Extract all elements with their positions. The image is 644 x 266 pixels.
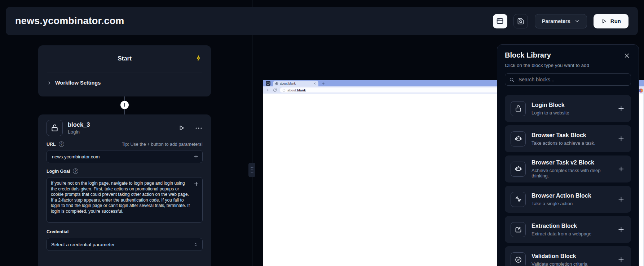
cursor-click-icon: [511, 192, 526, 207]
workflow-title: news.ycombinator.com: [15, 15, 124, 27]
plus-icon: [618, 135, 625, 142]
item-desc: Extract data from a webpage: [531, 231, 591, 236]
item-desc: Login to a website: [531, 110, 569, 116]
plus-icon: [618, 105, 625, 112]
plus-icon: [618, 256, 625, 263]
info-icon: [282, 89, 286, 92]
credential-label: Credential: [47, 229, 203, 234]
start-block-card[interactable]: Start Workflow Settings: [38, 45, 211, 96]
profile-avatar[interactable]: [639, 89, 643, 93]
parameters-label: Parameters: [542, 18, 570, 24]
block-actions: [178, 124, 203, 132]
add-parameter-button[interactable]: [194, 181, 199, 186]
more-menu-icon[interactable]: [195, 124, 203, 132]
block-titles: block_3 Login: [68, 121, 90, 135]
unlock-icon: [511, 101, 526, 116]
item-desc: Take actions to achieve a task.: [531, 140, 595, 146]
library-item-validation[interactable]: Validation Block Validate completion cri…: [505, 246, 631, 266]
item-desc: Achieve complex tasks with deep thinking…: [531, 168, 612, 179]
credential-select[interactable]: Select a credential parameter: [47, 238, 203, 251]
refresh-icon[interactable]: [273, 88, 277, 92]
add-block-button[interactable]: [618, 226, 625, 233]
grip-dots-icon: [250, 166, 253, 174]
search-icon: [509, 77, 515, 82]
item-text: Browser Task Block Take actions to achie…: [531, 132, 595, 146]
url-help-icon[interactable]: ?: [59, 141, 64, 147]
back-icon[interactable]: [266, 88, 270, 92]
block-divider: [47, 258, 203, 258]
panel-title: Block Library: [505, 51, 631, 59]
add-block-button[interactable]: [618, 256, 625, 263]
item-text: Login Block Login to a website: [531, 102, 569, 116]
save-icon: [517, 18, 524, 25]
header-bar: news.ycombinator.com Parameters Run: [6, 7, 638, 35]
library-item-extraction[interactable]: Extraction Block Extract data from a web…: [505, 216, 631, 243]
login-goal-label: Login Goal: [47, 169, 70, 174]
chevron-right-icon: [47, 81, 52, 85]
login-goal-help-icon[interactable]: ?: [73, 168, 78, 174]
add-block-connector-button[interactable]: [120, 101, 129, 109]
library-item-login[interactable]: Login Block Login to a website: [505, 95, 631, 122]
item-title: Validation Block: [531, 253, 587, 260]
item-title: Browser Action Block: [531, 193, 591, 199]
url-input-wrap: [47, 150, 203, 163]
tab-title: about:blank: [280, 82, 312, 85]
parameters-tip: Tip: Use the + button to add parameters!: [122, 142, 203, 147]
browser-view-button[interactable]: [493, 14, 507, 28]
item-text: Browser Action Block Take a single actio…: [531, 193, 591, 206]
run-button[interactable]: Run: [594, 14, 628, 28]
library-item-browser-task[interactable]: Browser Task Block Take actions to achie…: [505, 125, 631, 152]
add-block-button[interactable]: [618, 105, 625, 112]
panel-subtitle: Click on the block type you want to add: [505, 63, 631, 68]
chevrons-up-down-icon: [193, 242, 198, 247]
login-goal-textarea[interactable]: If you're not on the login page, navigat…: [47, 177, 203, 223]
chevron-down-icon: [574, 18, 580, 24]
extract-icon: [511, 222, 526, 237]
add-block-button[interactable]: [618, 196, 625, 203]
workflow-settings-label: Workflow Settings: [55, 80, 101, 86]
url-input[interactable]: [51, 154, 190, 160]
library-item-browser-task-v2[interactable]: Browser Task v2 Block Achieve complex ta…: [505, 155, 631, 182]
search-input[interactable]: [518, 76, 627, 83]
start-block-title: Start: [38, 55, 211, 62]
url-row: URL ? Tip: Use the + button to add param…: [47, 141, 203, 147]
plus-icon: [193, 154, 199, 159]
item-text: Browser Task v2 Block Achieve complex ta…: [531, 159, 612, 179]
plus-icon: [122, 103, 127, 107]
item-desc: Take a single action: [531, 201, 591, 206]
block-name: block_3: [68, 121, 90, 128]
play-block-icon[interactable]: [178, 125, 185, 131]
save-button[interactable]: [513, 14, 528, 28]
plus-icon: [194, 181, 199, 186]
new-tab-button[interactable]: [322, 82, 325, 85]
workflow-settings-toggle[interactable]: Workflow Settings: [47, 80, 101, 86]
item-desc: Validate completion criteria: [531, 261, 587, 266]
browser-tab[interactable]: about:blank: [273, 81, 318, 86]
search-box: [505, 73, 631, 86]
library-item-browser-action[interactable]: Browser Action Block Take a single actio…: [505, 186, 631, 213]
plus-icon: [618, 196, 625, 203]
header-actions: Parameters Run: [493, 14, 628, 28]
item-title: Browser Task Block: [531, 132, 595, 139]
workflow-builder-app: about:blank about:blank news.ycombinator…: [0, 0, 644, 266]
globe-icon: [275, 82, 278, 85]
login-block-card[interactable]: block_3 Login URL ? Tip: Use the + butto…: [38, 114, 211, 266]
tab-search-button[interactable]: [266, 81, 270, 86]
block-header: block_3 Login: [47, 120, 203, 136]
item-title: Browser Task v2 Block: [531, 159, 612, 166]
add-parameter-button[interactable]: [193, 154, 199, 159]
login-goal-row: Login Goal ?: [47, 168, 203, 174]
credential-select-value: Select a credential parameter: [51, 242, 115, 247]
robot-icon: [511, 162, 526, 177]
panel-resize-handle[interactable]: [248, 163, 255, 177]
address-text: about:blank: [287, 88, 306, 92]
item-title: Extraction Block: [531, 223, 591, 229]
close-icon[interactable]: [624, 53, 630, 59]
parameters-button[interactable]: Parameters: [535, 14, 587, 28]
tab-close-icon[interactable]: [313, 82, 316, 85]
add-block-button[interactable]: [618, 166, 625, 172]
url-label: URL: [47, 142, 56, 147]
block-library-panel: Block Library Click on the block type yo…: [497, 44, 639, 266]
add-block-button[interactable]: [618, 135, 625, 142]
item-title: Login Block: [531, 102, 569, 108]
